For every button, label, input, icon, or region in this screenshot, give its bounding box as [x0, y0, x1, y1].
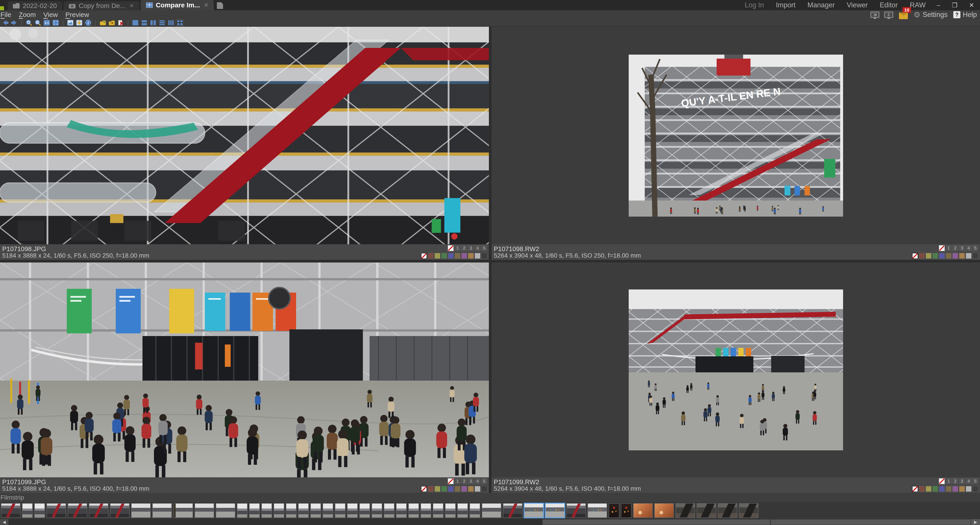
- layout-single-button[interactable]: [131, 19, 139, 26]
- tab-copy-from-de-[interactable]: Copy from De...✕: [64, 2, 139, 10]
- filmstrip-thumbnail[interactable]: [654, 503, 674, 518]
- filmstrip-thumbnail[interactable]: [433, 503, 444, 518]
- filmstrip-thumbnail[interactable]: [22, 503, 33, 518]
- filmstrip-thumbnail[interactable]: [675, 503, 695, 518]
- color-label-7[interactable]: [959, 253, 965, 259]
- tab-2022-02-20[interactable]: 2022-02-20: [8, 2, 62, 10]
- color-label-4[interactable]: [939, 486, 945, 492]
- close-button[interactable]: ✕: [969, 2, 974, 9]
- color-label-3[interactable]: [441, 486, 447, 492]
- color-label-9[interactable]: [972, 486, 978, 492]
- rating-4-button[interactable]: 4: [966, 245, 972, 251]
- color-label-7[interactable]: [468, 253, 474, 259]
- filmstrip-thumbnail[interactable]: [249, 503, 260, 518]
- zoom-in-button[interactable]: [25, 19, 33, 26]
- menu-zoom[interactable]: Zoom: [19, 11, 36, 19]
- color-label-3[interactable]: [441, 253, 447, 259]
- module-editor[interactable]: Editor: [880, 1, 898, 9]
- photo-top-right[interactable]: QU'Y A-T-IL EN RE N: [492, 27, 980, 244]
- filmstrip-thumbnail[interactable]: [384, 503, 395, 518]
- filmstrip-thumbnail[interactable]: [739, 503, 759, 518]
- filmstrip-scrollbar[interactable]: ◀ ▶: [0, 519, 980, 525]
- rating-1-button[interactable]: 1: [455, 478, 460, 484]
- filmstrip-thumbnail[interactable]: [237, 503, 248, 518]
- rating-1-button[interactable]: 1: [946, 478, 951, 484]
- filmstrip-thumbnail[interactable]: [89, 503, 108, 518]
- tab-compare-im-[interactable]: Compare Im...✕: [141, 0, 214, 10]
- rating-2-button[interactable]: 2: [952, 478, 958, 484]
- filmstrip-thumbnail[interactable]: [261, 503, 272, 518]
- color-label-5[interactable]: [455, 486, 460, 492]
- filmstrip-thumbnail[interactable]: [323, 503, 333, 518]
- filmstrip-thumbnail[interactable]: [46, 503, 66, 518]
- filmstrip-thumbnail[interactable]: [633, 503, 653, 518]
- filmstrip-thumbnail[interactable]: [420, 503, 431, 518]
- no-rating-icon[interactable]: [939, 478, 945, 484]
- filmstrip-thumbnail[interactable]: [131, 503, 151, 518]
- filmstrip-thumbnail[interactable]: [68, 503, 87, 518]
- filmstrip-thumbnail[interactable]: [457, 503, 468, 518]
- menu-preview[interactable]: Preview: [65, 11, 89, 19]
- color-label-1[interactable]: [919, 253, 925, 259]
- close-icon[interactable]: ✕: [130, 3, 134, 9]
- filmstrip-thumbnail[interactable]: [274, 503, 284, 518]
- filmstrip-thumbnail[interactable]: [482, 503, 501, 518]
- no-color-label-icon[interactable]: [912, 253, 918, 259]
- photo-bottom-left[interactable]: [0, 263, 489, 477]
- color-label-1[interactable]: [919, 486, 925, 492]
- color-label-3[interactable]: [932, 253, 938, 259]
- help-button[interactable]: ? Help: [953, 11, 977, 19]
- filmstrip-thumbnail[interactable]: [335, 503, 345, 518]
- filmstrip-thumbnail[interactable]: [718, 503, 737, 518]
- layout-two-rows-button[interactable]: [140, 19, 148, 26]
- module-log-in[interactable]: Log In: [745, 1, 764, 9]
- filmstrip-thumbnail[interactable]: [469, 503, 480, 518]
- filmstrip-thumbnail[interactable]: [34, 503, 45, 518]
- color-label-7[interactable]: [959, 486, 965, 492]
- color-label-6[interactable]: [952, 486, 958, 492]
- filmstrip-thumbnail[interactable]: [445, 503, 456, 518]
- second-display-icon[interactable]: 2: [884, 11, 893, 18]
- color-label-8[interactable]: [966, 486, 972, 492]
- rating-2-button[interactable]: 2: [952, 245, 958, 251]
- color-label-2[interactable]: [926, 253, 931, 259]
- zoom-out-button[interactable]: [34, 19, 42, 26]
- filmstrip-thumbnail[interactable]: [697, 503, 716, 518]
- filmstrip-thumbnail[interactable]: [621, 503, 632, 518]
- no-rating-icon[interactable]: [448, 245, 454, 251]
- color-label-8[interactable]: [966, 253, 972, 259]
- filmstrip-thumbnail[interactable]: [110, 503, 130, 518]
- filmstrip-thumbnail[interactable]: [503, 503, 522, 518]
- filmstrip-thumbnail[interactable]: [396, 503, 407, 518]
- display-mode-button[interactable]: ▾: [870, 11, 878, 18]
- settings-button[interactable]: ⚙ Settings: [914, 10, 948, 19]
- color-label-2[interactable]: [434, 486, 441, 492]
- color-label-5[interactable]: [455, 253, 460, 259]
- no-rating-icon[interactable]: [939, 245, 945, 251]
- back-button[interactable]: [2, 19, 10, 26]
- rating-4-button[interactable]: 4: [475, 245, 480, 251]
- no-color-label-icon[interactable]: [421, 486, 427, 492]
- color-label-9[interactable]: [481, 253, 487, 259]
- zoom-fit-button[interactable]: [52, 19, 60, 26]
- filmstrip-thumbnail[interactable]: [347, 503, 358, 518]
- layout-two-columns-button[interactable]: [149, 19, 157, 26]
- filmstrip-thumbnail[interactable]: [359, 503, 370, 518]
- color-label-9[interactable]: [972, 253, 978, 259]
- notes-icon[interactable]: [217, 2, 223, 9]
- no-rating-icon[interactable]: [448, 478, 454, 484]
- filmstrip-thumbnail[interactable]: [609, 503, 619, 518]
- color-label-4[interactable]: [448, 486, 454, 492]
- pane-top-left[interactable]: P1071098.JPG 5184 x 3888 x 24, 1/60 s, F…: [0, 27, 489, 260]
- no-color-label-icon[interactable]: [912, 486, 918, 492]
- rating-4-button[interactable]: 4: [475, 478, 480, 484]
- filmstrip-thumbnail[interactable]: [298, 503, 309, 518]
- module-import[interactable]: Import: [776, 1, 795, 9]
- filmstrip-thumbnail[interactable]: [545, 503, 565, 518]
- restore-button[interactable]: ❐: [952, 2, 957, 9]
- rating-2-button[interactable]: 2: [461, 478, 467, 484]
- rating-3-button[interactable]: 3: [959, 478, 965, 484]
- color-label-6[interactable]: [461, 486, 467, 492]
- minimize-button[interactable]: –: [937, 2, 940, 9]
- scroll-left-button[interactable]: ◀: [0, 519, 8, 525]
